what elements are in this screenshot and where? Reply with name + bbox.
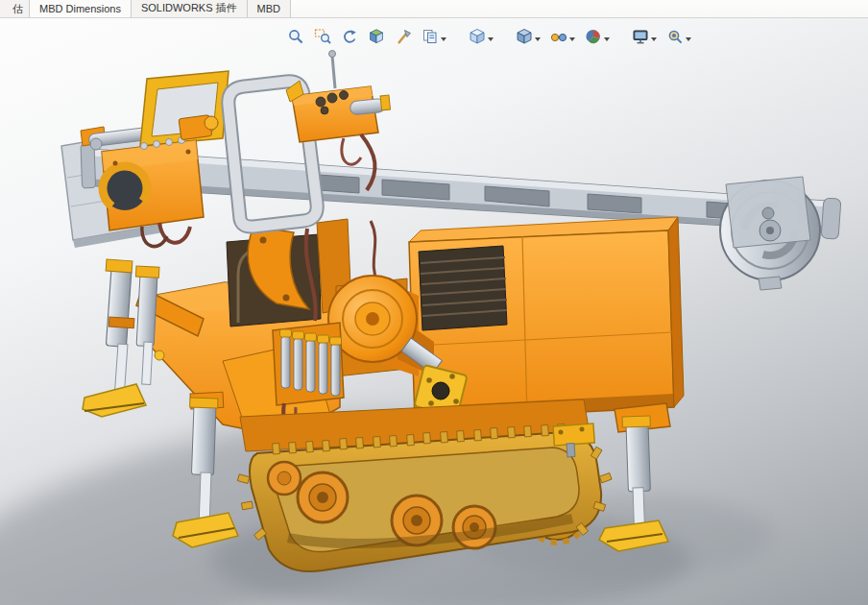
view-settings-button[interactable] (663, 24, 694, 47)
tab-label: 估 (12, 2, 23, 16)
annotation-views-icon (422, 28, 439, 45)
section-view-button[interactable] (365, 24, 388, 47)
chevron-down-icon[interactable] (686, 37, 691, 41)
tab-bar-empty-area (291, 0, 868, 17)
tab-label: SOLIDWORKS 插件 (141, 1, 237, 15)
commandmanager-tab-bar: 估 MBD Dimensions SOLIDWORKS 插件 MBD (0, 0, 868, 18)
graphics-area[interactable] (0, 18, 868, 605)
hide-show-items-icon (550, 28, 567, 45)
chevron-down-icon[interactable] (535, 37, 541, 41)
view-orientation-button[interactable] (466, 24, 496, 47)
tab-solidworks-addins[interactable]: SOLIDWORKS 插件 (132, 0, 248, 17)
tab-mbd[interactable]: MBD (248, 0, 291, 17)
measure-icon (395, 28, 412, 45)
chevron-down-icon[interactable] (488, 37, 494, 41)
annotation-views-button[interactable] (419, 24, 449, 47)
zoom-to-area-icon (314, 28, 331, 45)
tab-label: MBD (257, 3, 280, 14)
zoom-to-fit-button[interactable] (284, 24, 307, 47)
display-style-icon (516, 28, 533, 45)
view-settings-icon (666, 28, 684, 45)
apply-scene-button[interactable] (629, 24, 660, 47)
tab-evaluate[interactable]: 估 (0, 0, 30, 17)
previous-view-icon (341, 28, 358, 45)
previous-view-button[interactable] (338, 24, 361, 47)
hide-show-items-button[interactable] (547, 24, 578, 47)
zoom-to-fit-icon (287, 28, 304, 45)
tab-label: MBD Dimensions (39, 3, 121, 14)
chevron-down-icon[interactable] (569, 37, 575, 41)
zoom-to-area-button[interactable] (311, 24, 334, 47)
drill-rig-model[interactable] (0, 18, 868, 605)
solidworks-window: 估 MBD Dimensions SOLIDWORKS 插件 MBD (0, 0, 868, 605)
chevron-down-icon[interactable] (604, 37, 610, 41)
view-orientation-icon (469, 28, 486, 45)
display-style-button[interactable] (513, 24, 543, 47)
chevron-down-icon[interactable] (651, 37, 657, 41)
chevron-down-icon[interactable] (441, 37, 446, 41)
tab-mbd-dimensions[interactable]: MBD Dimensions (30, 0, 132, 17)
edit-appearance-icon (585, 28, 602, 45)
apply-scene-icon (632, 28, 649, 45)
section-view-icon (368, 28, 385, 45)
heads-up-toolbar (282, 24, 696, 47)
measure-button[interactable] (392, 24, 415, 47)
edit-appearance-button[interactable] (582, 24, 613, 47)
